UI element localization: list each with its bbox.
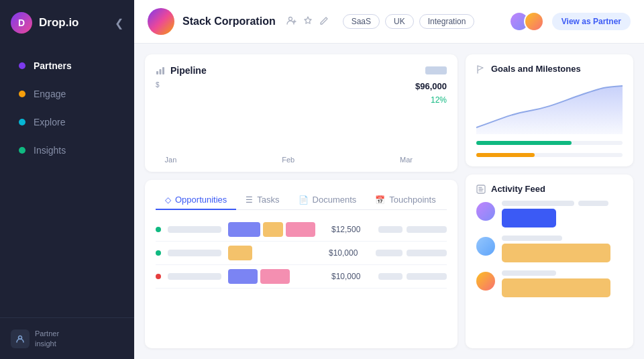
tag-uk[interactable]: UK — [385, 14, 414, 29]
opportunities-tabs: ◇ Opportunities ☰ Tasks 📄 Documents 📅 To… — [156, 191, 447, 210]
status-bar-2 — [407, 226, 447, 233]
opp-name-placeholder — [168, 226, 221, 233]
opp-dot — [156, 227, 161, 232]
pipeline-x-labels: Jan Feb Mar — [162, 156, 415, 164]
content-area: Pipeline $ Jan Feb — [134, 44, 644, 359]
goals-area-chart — [476, 81, 623, 134]
svg-rect-2 — [156, 71, 158, 74]
activity-lines — [502, 201, 623, 206]
activity-content — [502, 201, 623, 227]
opp-amount: $12,500 — [331, 225, 372, 234]
activity-text-placeholder — [502, 201, 574, 206]
view-as-partner-button[interactable]: View as Partner — [552, 13, 631, 30]
main-content: Stack Corporation SaaS UK Integration Vi… — [134, 0, 644, 359]
sidebar-item-label: Partners — [34, 60, 72, 71]
sidebar-item-insights[interactable]: Insights — [5, 137, 129, 164]
flag-icon — [476, 64, 486, 74]
activity-content — [502, 236, 623, 262]
explore-dot — [19, 119, 25, 125]
pipeline-value-1: $96,000 — [415, 81, 447, 91]
user-avatars — [509, 11, 544, 32]
opportunities-tab-icon: ◇ — [165, 195, 171, 205]
sidebar-item-engage[interactable]: Engage — [5, 81, 129, 107]
opportunity-row: $12,500 — [156, 218, 447, 242]
pipeline-legend — [425, 66, 447, 74]
app-logo-icon: D — [11, 12, 32, 34]
opp-status-bars — [378, 273, 447, 280]
activity-block-yellow — [502, 244, 610, 262]
goal-bar-row — [476, 153, 623, 157]
touchpoints-tab-icon: 📅 — [375, 195, 385, 205]
activity-text-placeholder — [502, 270, 556, 276]
activity-text-placeholder — [578, 201, 608, 206]
partner-insight-icon — [11, 329, 30, 348]
tab-opportunities[interactable]: ◇ Opportunities — [156, 191, 236, 210]
tag-saas[interactable]: SaaS — [343, 14, 380, 29]
status-bar-1 — [376, 250, 402, 256]
tag-integration[interactable]: Integration — [419, 14, 475, 29]
sidebar-item-label: Explore — [34, 117, 65, 127]
header-icons — [286, 15, 329, 28]
logo-area: D Drop.io ❮ — [0, 0, 134, 46]
activity-block-yellow — [502, 278, 610, 297]
goals-progress-bars — [476, 141, 623, 157]
header-right: View as Partner — [509, 11, 631, 32]
activity-item — [476, 201, 623, 227]
tab-touchpoints[interactable]: 📅 Touchpoints — [366, 191, 445, 210]
activity-avatar — [476, 202, 495, 221]
opp-bar-group — [228, 246, 322, 260]
left-panel: Pipeline $ Jan Feb — [145, 54, 458, 348]
pipeline-bars — [162, 81, 415, 152]
company-name: Stack Corporation — [182, 15, 276, 28]
opp-dot — [156, 274, 161, 279]
edit-icon[interactable] — [319, 15, 329, 28]
app-name: Drop.io — [39, 16, 79, 30]
partner-insight-area: Partner insight — [0, 317, 134, 359]
header: Stack Corporation SaaS UK Integration Vi… — [134, 0, 644, 44]
partner-insight-label: Partner insight — [35, 329, 59, 348]
company-avatar — [148, 8, 174, 35]
activity-content — [502, 270, 623, 297]
chart-bar-icon — [156, 66, 165, 75]
opp-dot — [156, 250, 161, 256]
partners-dot — [19, 62, 25, 69]
svg-rect-4 — [162, 67, 164, 74]
chart-body: Jan Feb Mar — [162, 81, 415, 164]
goals-card: Goals and Milestones — [466, 54, 633, 166]
opp-bar-blue — [228, 222, 260, 237]
goals-title: Goals and Milestones — [476, 64, 623, 74]
pipeline-title: Pipeline — [156, 65, 207, 76]
opp-name-placeholder — [168, 250, 221, 256]
tab-documents[interactable]: 📄 Documents — [289, 191, 366, 210]
pipeline-value-2: 12% — [431, 95, 447, 105]
sidebar-item-label: Insights — [34, 145, 66, 156]
engage-dot — [19, 91, 25, 97]
opp-name-placeholder — [168, 273, 221, 280]
opp-amount: $10,000 — [329, 248, 369, 258]
opp-bar-yellow — [228, 246, 252, 260]
documents-tab-icon: 📄 — [299, 195, 309, 205]
star-icon[interactable] — [303, 15, 313, 28]
svg-rect-3 — [160, 69, 162, 74]
opp-bar-group — [228, 222, 325, 237]
chart-y-axis: $ — [156, 81, 162, 164]
status-bar-1 — [378, 226, 402, 233]
pipeline-chart-area: $ Jan Feb Mar $96,000 1 — [156, 81, 447, 164]
sidebar-item-partners[interactable]: Partners — [5, 52, 129, 79]
goal-bar-bg — [476, 153, 623, 157]
status-bar-2 — [407, 273, 447, 280]
tasks-tab-icon: ☰ — [246, 195, 253, 205]
activity-lines — [502, 236, 623, 241]
status-bar-2 — [407, 250, 447, 256]
activity-icon — [476, 185, 486, 194]
opp-bar-pink — [260, 269, 290, 284]
sidebar-collapse-button[interactable]: ❮ — [115, 17, 123, 30]
right-panel: Goals and Milestones — [466, 54, 633, 348]
person-add-icon[interactable] — [286, 15, 297, 28]
insights-dot — [19, 147, 25, 154]
sidebar: D Drop.io ❮ Partners Engage Explore Insi… — [0, 0, 134, 359]
sidebar-item-explore[interactable]: Explore — [5, 109, 129, 136]
status-bar-1 — [378, 273, 402, 280]
goal-bar-row — [476, 141, 623, 145]
tab-tasks[interactable]: ☰ Tasks — [236, 191, 288, 210]
